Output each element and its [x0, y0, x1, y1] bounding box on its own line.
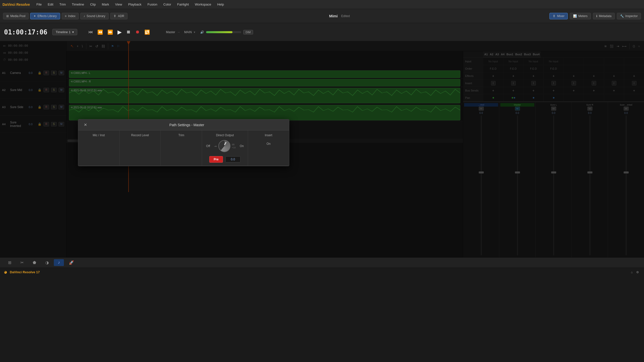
- metadata-icon: ℹ: [596, 14, 597, 18]
- metadata-label: Metadata: [599, 14, 612, 18]
- loop-button[interactable]: 🔁: [143, 28, 151, 36]
- skip-to-start-button[interactable]: ⏮: [87, 28, 94, 36]
- inspector-icon: 🔧: [620, 14, 624, 18]
- sound-library-label: Sound Library: [87, 14, 105, 18]
- direct-output-knob[interactable]: [218, 140, 230, 152]
- status-icons: ⌂ ⚙: [630, 269, 640, 275]
- menu-help[interactable]: Help: [215, 2, 226, 7]
- menu-clip[interactable]: Clip: [88, 2, 98, 7]
- menu-mark[interactable]: Mark: [99, 2, 112, 7]
- direct-output-value[interactable]: 0.0: [225, 156, 240, 162]
- meters-label: Meters: [578, 14, 588, 18]
- menu-fairlight[interactable]: Fairlight: [175, 2, 191, 7]
- current-timecode[interactable]: 01:00:17:06: [4, 28, 47, 36]
- toolbar: ⊞ Media Pool ✦ Effects Library ≡ Index ♪…: [0, 9, 644, 23]
- mixer-icon: 🎚: [553, 14, 556, 18]
- insert-on-label: On: [266, 142, 270, 146]
- record-level-header: Record Level: [124, 133, 156, 137]
- menu-color[interactable]: Color: [161, 2, 174, 7]
- record-button[interactable]: ⏺: [134, 28, 141, 36]
- modal-header: ✕ Path Settings - Master: [78, 119, 289, 130]
- index-icon: ≡: [65, 14, 67, 18]
- off-on-row: Off -∞ dB +10: [206, 140, 244, 152]
- output-label: MAIN: [184, 30, 192, 34]
- master-arrow-icon: →: [177, 30, 180, 34]
- tab-media[interactable]: ⊞: [4, 259, 15, 266]
- modal-overlay[interactable]: ✕ Path Settings - Master Mic / Inst Reco…: [0, 41, 644, 257]
- settings-icon[interactable]: ⚙: [635, 269, 640, 275]
- insert-on-section: On: [252, 142, 285, 146]
- modal-body: Mic / Inst Record Level Trim Direct Outp…: [78, 130, 289, 166]
- timeline-selector[interactable]: Timeline 1 ▾: [52, 29, 77, 35]
- master-label: Master: [166, 30, 175, 34]
- knob-indicator: [224, 142, 226, 145]
- on-label: On: [240, 144, 244, 148]
- menu-timeline[interactable]: Timeline: [69, 2, 87, 7]
- adr-button[interactable]: 🎙 ADR: [110, 13, 128, 19]
- effects-library-icon: ✦: [33, 14, 36, 18]
- media-pool-icon: ⊞: [6, 14, 9, 18]
- bottom-bar: ⊞ ✂ ⬟ ◑ ♪ 🚀: [0, 257, 644, 267]
- menu-fusion[interactable]: Fusion: [145, 2, 160, 7]
- menu-edit[interactable]: Edit: [45, 2, 56, 7]
- db-scale: dB +10: [232, 143, 236, 149]
- transport-controls: ⏮ ⏪ ⏩ ▶ ⏹ ⏺ 🔁: [87, 28, 151, 36]
- media-pool-label: Media Pool: [10, 14, 25, 18]
- media-pool-button[interactable]: ⊞ Media Pool: [3, 13, 29, 19]
- modal-col-trim: Trim: [161, 130, 202, 166]
- fast-forward-button[interactable]: ⏩: [106, 28, 114, 36]
- effects-library-button[interactable]: ✦ Effects Library: [30, 13, 60, 19]
- off-label: Off: [206, 144, 210, 148]
- adr-icon: 🎙: [113, 14, 116, 18]
- tab-color[interactable]: ◑: [41, 259, 53, 266]
- index-label: Index: [68, 14, 75, 18]
- chevron-down-icon: ▾: [72, 30, 74, 34]
- volume-fill: [206, 31, 232, 33]
- status-bar: ◕ DaVinci Resolve 17 ⌂ ⚙: [0, 267, 644, 277]
- tab-fairlight[interactable]: ♪: [54, 259, 64, 266]
- home-icon[interactable]: ⌂: [630, 269, 634, 275]
- modal-columns: Mic / Inst Record Level Trim Direct Outp…: [78, 130, 289, 166]
- dim-button[interactable]: DIM: [243, 30, 253, 34]
- adr-label: ADR: [118, 14, 124, 18]
- modal-col-insert: Insert On: [248, 130, 289, 166]
- db-label-text: dB: [232, 143, 236, 146]
- menu-trim[interactable]: Trim: [57, 2, 68, 7]
- inspector-button[interactable]: 🔧 Inspector: [617, 13, 641, 19]
- status-app-name: DaVinci Resolve 17: [10, 270, 40, 274]
- index-button[interactable]: ≡ Index: [62, 13, 79, 19]
- tab-edit[interactable]: ✂: [16, 259, 28, 266]
- meters-button[interactable]: 📊 Meters: [570, 13, 591, 19]
- tab-deliver[interactable]: 🚀: [65, 259, 78, 266]
- menu-file[interactable]: File: [34, 2, 44, 7]
- insert-header: Insert: [252, 133, 285, 137]
- menu-view[interactable]: View: [113, 2, 125, 7]
- db-max-label: +10: [232, 146, 236, 149]
- volume-bar[interactable]: [206, 31, 241, 33]
- stop-button[interactable]: ⏹: [125, 28, 132, 36]
- trim-header: Trim: [165, 133, 198, 137]
- menu-workspace[interactable]: Workspace: [192, 2, 214, 7]
- inspector-label: Inspector: [625, 14, 638, 18]
- timeline-name: Timeline 1: [56, 30, 70, 34]
- metadata-button[interactable]: ℹ Metadata: [593, 13, 615, 19]
- direct-output-header: Direct Output: [206, 133, 244, 137]
- mixer-label: Mixer: [557, 14, 565, 18]
- chevron-down-icon-2: ▾: [194, 30, 195, 34]
- tab-fusion[interactable]: ⬟: [29, 259, 40, 266]
- bottom-tabs: ⊞ ✂ ⬟ ◑ ♪ 🚀: [4, 259, 78, 266]
- menu-bar: DaVinci Resolve File Edit Trim Timeline …: [0, 0, 644, 9]
- effects-library-label: Effects Library: [37, 14, 57, 18]
- menu-playback[interactable]: Playback: [126, 2, 144, 7]
- mixer-button[interactable]: 🎚 Mixer: [549, 13, 568, 19]
- close-icon[interactable]: ✕: [82, 122, 89, 128]
- direct-output-controls: Off -∞ dB +10: [206, 140, 244, 163]
- meters-icon: 📊: [573, 14, 577, 18]
- pre-value-row: Pre 0.0: [209, 156, 240, 163]
- play-button[interactable]: ▶: [116, 28, 123, 36]
- sound-library-button[interactable]: ♪ Sound Library: [80, 13, 109, 19]
- mic-inst-header: Mic / Inst: [82, 133, 115, 137]
- rewind-button[interactable]: ⏪: [96, 28, 104, 36]
- path-settings-modal: ✕ Path Settings - Master Mic / Inst Reco…: [78, 119, 289, 166]
- pre-button[interactable]: Pre: [209, 156, 223, 163]
